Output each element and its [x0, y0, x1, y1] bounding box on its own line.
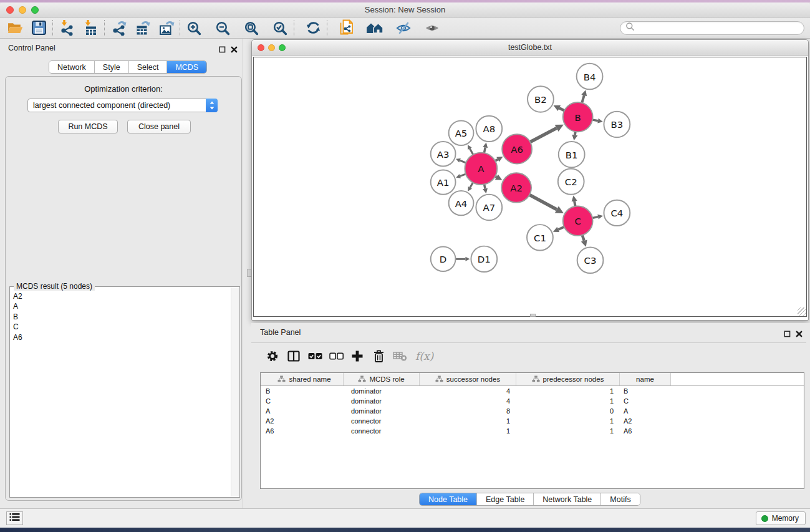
delete-column-button[interactable]	[368, 346, 389, 367]
import-network-button[interactable]	[57, 19, 76, 37]
float-panel-icon[interactable]	[784, 329, 791, 340]
import-network-icon	[59, 19, 75, 36]
tab-network[interactable]: Network	[49, 61, 95, 73]
import-table-button[interactable]	[81, 19, 100, 37]
table-panel-header: Table Panel	[251, 323, 810, 342]
search-box[interactable]	[620, 21, 804, 35]
tab-mcds[interactable]: MCDS	[167, 61, 206, 73]
dropdown-stepper-icon	[206, 99, 218, 112]
close-panel-icon[interactable]	[231, 44, 238, 56]
open-file-button[interactable]	[6, 19, 24, 37]
svg-text:B4: B4	[584, 72, 596, 83]
export-image-button[interactable]	[157, 19, 175, 37]
cell-name: A6	[620, 427, 671, 435]
svg-text:C1: C1	[534, 233, 546, 244]
result-item[interactable]: A2	[13, 291, 231, 301]
table-panel-tabs: Node Table Edge Table Network Table Moti…	[419, 493, 640, 506]
cell-predecessor-nodes: 1	[516, 397, 620, 405]
cell-mcds-role: dominator	[344, 407, 420, 415]
hide-graphics-details-button[interactable]	[394, 19, 413, 37]
result-scrollbar[interactable]	[231, 288, 239, 496]
memory-button[interactable]: Memory	[756, 511, 806, 525]
table-row[interactable]: C dominator 4 1 C	[261, 396, 804, 406]
export-image-icon	[158, 19, 175, 36]
result-item[interactable]: B	[13, 312, 231, 322]
duplicate-network-button[interactable]	[337, 19, 355, 37]
titlebar[interactable]: Session: New Session	[0, 2, 810, 17]
zoom-out-button[interactable]	[213, 19, 232, 37]
zoom-fit-button[interactable]	[242, 19, 261, 37]
table-settings-button[interactable]	[262, 346, 283, 367]
import-table-icon	[82, 19, 99, 36]
cell-predecessor-nodes: 1	[516, 387, 620, 395]
table-row[interactable]: A dominator 8 0 A	[261, 406, 804, 416]
eye-slash-icon	[395, 21, 412, 36]
show-column-button[interactable]	[283, 346, 304, 367]
mcds-result-list[interactable]: A2 A B C A6	[10, 289, 231, 497]
export-table-button[interactable]	[133, 19, 152, 37]
column-label: name	[636, 375, 654, 383]
svg-text:A3: A3	[437, 149, 450, 160]
export-network-icon	[110, 19, 127, 36]
column-header-predecessor-nodes[interactable]: predecessor nodes	[516, 373, 620, 385]
table-row[interactable]: A2 connector 1 1 A2	[261, 416, 804, 426]
select-all-button[interactable]	[304, 346, 325, 367]
search-input[interactable]	[638, 24, 799, 32]
main-toolbar	[0, 17, 810, 39]
result-item[interactable]: A	[13, 301, 231, 311]
svg-text:A6: A6	[511, 144, 523, 155]
canvas-scroll-handle[interactable]	[530, 314, 536, 317]
save-session-button[interactable]	[29, 19, 48, 37]
save-floppy-icon	[32, 21, 46, 35]
control-panel-title: Control Panel	[8, 44, 55, 52]
network-canvas[interactable]: AA6A2BCA5A8A3A1A4A7B2B4B3B1C2C4C1C3DD1	[253, 57, 807, 317]
columns-icon	[287, 349, 301, 363]
column-header-name[interactable]: name	[620, 373, 671, 385]
column-label: successor nodes	[446, 375, 500, 383]
column-header-mcds-role[interactable]: MCDS role	[344, 373, 420, 385]
open-folder-icon	[7, 21, 23, 34]
cell-successor-nodes: 1	[420, 427, 516, 435]
tab-style[interactable]: Style	[95, 61, 129, 73]
network-window-title: testGlobe.txt	[252, 43, 808, 52]
float-panel-icon[interactable]	[219, 44, 226, 56]
run-mcds-button[interactable]: Run MCDS	[58, 120, 118, 133]
close-panel-icon[interactable]	[796, 329, 803, 340]
show-graphics-details-button[interactable]	[423, 19, 441, 37]
criterion-dropdown[interactable]: largest connected component (directed)	[27, 99, 218, 112]
svg-text:A8: A8	[483, 123, 495, 135]
table-row[interactable]: B dominator 4 1 B	[261, 386, 804, 396]
close-panel-button[interactable]: Close panel	[127, 120, 191, 133]
unselect-all-button[interactable]	[325, 346, 347, 367]
tab-edge-table[interactable]: Edge Table	[477, 493, 534, 505]
network-view-window: testGlobe.txt AA6A2BCA5A8A3A1A4A7B2B4B3B…	[251, 39, 809, 321]
network-window-titlebar[interactable]: testGlobe.txt	[252, 40, 808, 56]
task-history-button[interactable]	[6, 511, 23, 525]
tab-select[interactable]: Select	[129, 61, 168, 73]
cell-predecessor-nodes: 0	[516, 407, 620, 415]
column-header-successor-nodes[interactable]: successor nodes	[420, 373, 516, 385]
toolbar-separator	[294, 20, 294, 36]
function-builder-button[interactable]: f(x)	[415, 350, 433, 362]
zoom-in-button[interactable]	[185, 19, 203, 37]
window-resize-grip[interactable]	[798, 307, 806, 316]
tab-node-table[interactable]: Node Table	[420, 493, 477, 505]
tab-motifs[interactable]: Motifs	[601, 493, 639, 505]
export-network-button[interactable]	[109, 19, 128, 37]
tab-network-table[interactable]: Network Table	[534, 493, 601, 505]
table-row[interactable]: A6 connector 1 1 A6	[261, 426, 804, 436]
home-button[interactable]	[365, 19, 384, 37]
checked-boxes-icon	[308, 352, 322, 360]
result-item[interactable]: C	[13, 322, 231, 332]
delete-table-button[interactable]	[389, 346, 410, 367]
app-window: Session: New Session	[0, 2, 810, 528]
search-icon	[625, 22, 635, 34]
column-header-shared-name[interactable]: shared name	[261, 373, 344, 385]
node-table: shared name MCDS role	[260, 372, 804, 489]
list-icon	[9, 513, 20, 524]
cell-predecessor-nodes: 1	[516, 417, 620, 425]
refresh-button[interactable]	[304, 19, 322, 37]
zoom-selected-button[interactable]	[271, 19, 289, 37]
add-column-button[interactable]	[347, 346, 368, 367]
result-item[interactable]: A6	[13, 332, 231, 342]
